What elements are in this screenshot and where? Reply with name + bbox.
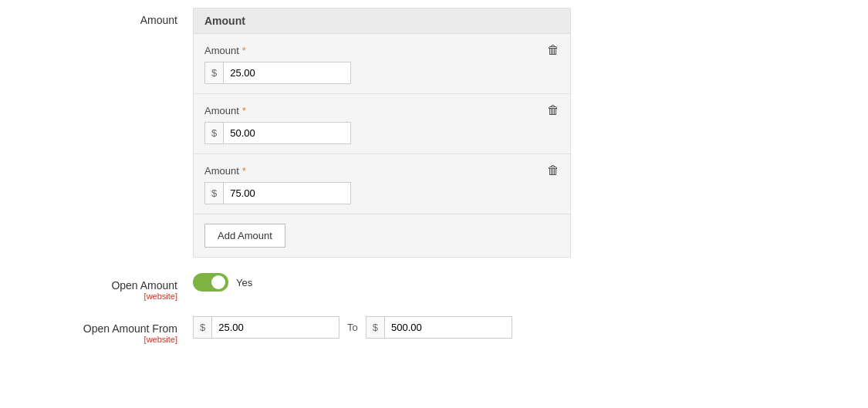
open-amount-from-row: Open Amount From [website] $ To $ [15, 316, 853, 344]
amount-item-1-header: Amount* 🗑 [204, 43, 559, 57]
from-input[interactable] [212, 317, 339, 338]
amounts-panel-header: Amount [194, 8, 570, 34]
to-input[interactable] [385, 317, 512, 338]
amount-input-3[interactable] [224, 183, 350, 204]
amount-input-wrapper-3: $ [204, 182, 351, 204]
delete-amount-3-button[interactable]: 🗑 [547, 164, 559, 177]
required-star-1: * [242, 45, 246, 56]
amount-item-2-header: Amount* 🗑 [204, 103, 559, 117]
required-star-3: * [242, 165, 246, 177]
add-amount-button[interactable]: Add Amount [204, 224, 285, 248]
amount-input-2[interactable] [224, 123, 350, 143]
open-amount-label: Open Amount [website] [15, 273, 193, 301]
to-input-wrapper: $ [366, 316, 512, 339]
amount-prefix-1: $ [205, 62, 224, 83]
amount-item-1-label: Amount* [204, 45, 246, 56]
amount-panel-content: Amount Amount* 🗑 $ [193, 8, 571, 258]
toggle-row: Yes [193, 273, 571, 292]
add-amount-wrapper: Add Amount [194, 214, 570, 257]
toggle-yes-label: Yes [236, 277, 252, 288]
open-amount-from-label: Open Amount From [website] [15, 316, 193, 344]
amount-item-3-header: Amount* 🗑 [204, 164, 559, 177]
open-amount-content: Yes [193, 273, 571, 292]
required-star-2: * [242, 105, 246, 116]
delete-amount-2-button[interactable]: 🗑 [547, 103, 559, 117]
to-prefix: $ [366, 317, 385, 338]
from-input-wrapper: $ [193, 316, 339, 339]
open-amount-from-label-text: Open Amount From [83, 322, 177, 335]
amount-item-3: Amount* 🗑 $ [194, 154, 570, 214]
amount-input-wrapper-1: $ [204, 62, 351, 84]
page-container: Amount Amount Amount* 🗑 $ [0, 0, 868, 408]
amount-label-text: Amount [140, 14, 177, 26]
amount-input-1[interactable] [224, 62, 350, 83]
amounts-panel: Amount Amount* 🗑 $ [193, 8, 571, 258]
amount-item-1: Amount* 🗑 $ [194, 34, 570, 94]
to-label: To [347, 322, 358, 333]
open-amount-from-content: $ To $ [193, 316, 571, 339]
panel-title-text: Amount [204, 15, 245, 27]
open-amount-sub-label: [website] [15, 292, 177, 301]
open-amount-toggle[interactable] [193, 273, 228, 292]
amount-section-row: Amount Amount Amount* 🗑 $ [15, 8, 853, 258]
delete-amount-1-button[interactable]: 🗑 [547, 43, 559, 57]
from-prefix: $ [194, 317, 212, 338]
open-amount-from-sub-label: [website] [15, 335, 177, 344]
amount-item-3-label: Amount* [204, 165, 246, 177]
amount-prefix-2: $ [205, 123, 224, 143]
amount-item-2-label: Amount* [204, 105, 246, 116]
amount-prefix-3: $ [205, 183, 224, 204]
amount-section-label: Amount [15, 8, 193, 26]
amount-item-2: Amount* 🗑 $ [194, 94, 570, 154]
open-amount-from-inputs: $ To $ [193, 316, 571, 339]
open-amount-row: Open Amount [website] Yes [15, 273, 853, 301]
toggle-slider [193, 273, 228, 292]
open-amount-label-text: Open Amount [111, 279, 177, 292]
amount-input-wrapper-2: $ [204, 122, 351, 144]
